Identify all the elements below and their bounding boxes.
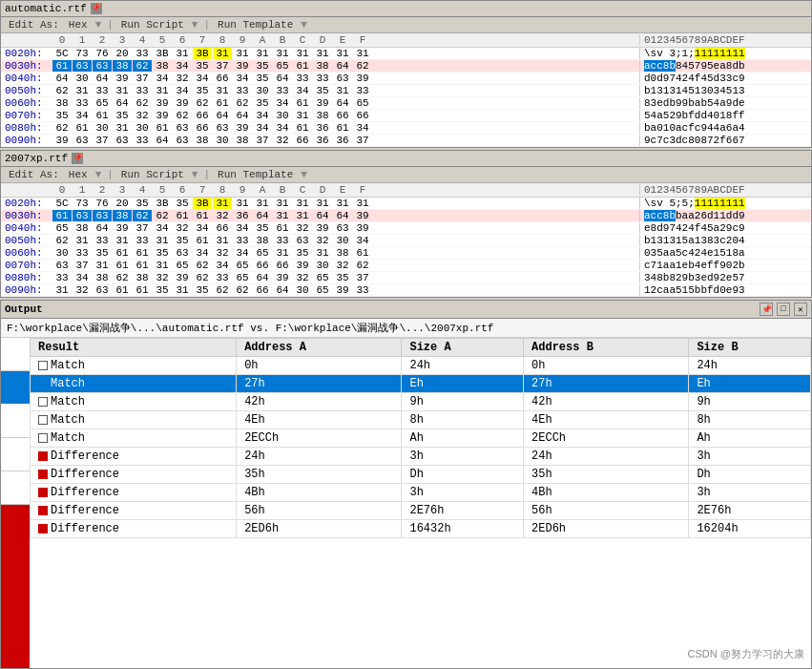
output-titlebar: Output 📌 □ ✕ <box>1 301 811 319</box>
table-row: 0080h: 33343862383239623365643932653537 … <box>1 272 811 284</box>
run-script-menu[interactable]: Run Script <box>117 18 188 31</box>
run-template-menu[interactable]: Run Template <box>214 18 297 31</box>
table-row[interactable]: Match 4Eh 8h 4Eh 8h <box>31 411 811 429</box>
result-cell: Match <box>31 375 237 393</box>
col-sizeA: Size A <box>402 339 524 357</box>
hex-panel-2: 2007xp.rtf 📌 Edit As: Hex ▼ | Run Script… <box>0 150 812 298</box>
addrB-cell: 4Eh <box>524 411 689 429</box>
color-sidebar <box>1 338 30 668</box>
pin-button[interactable]: 📌 <box>760 303 773 316</box>
hex-panel-1: automatic.rtf 📌 Edit As: Hex ▼ | Run Scr… <box>0 0 812 148</box>
maximize-button[interactable]: □ <box>777 303 790 316</box>
table-row: 0020h: 5C 73 76 20 33 3B 31 3B 31 31 31 … <box>1 48 811 60</box>
sizeB-cell: 3h <box>689 484 811 502</box>
table-row[interactable]: Difference 2ED6h 16432h 2ED6h 16204h <box>31 520 811 538</box>
panel1-title: automatic.rtf <box>5 3 87 14</box>
panel2-hex-content: 0123456789ABCDEF 0123456789ABCDEF 0020h:… <box>1 183 811 297</box>
addrA-cell: 4Bh <box>237 484 402 502</box>
col-addrA: Address A <box>237 339 402 357</box>
table-row[interactable]: Difference 35h Dh 35h Dh <box>31 466 811 484</box>
addrB-cell: 4Bh <box>524 484 689 502</box>
table-row: 0040h: 65386439373432346634356132396339 … <box>1 222 811 235</box>
result-cell: Match <box>31 429 237 448</box>
edit-as-label2: Edit As: <box>5 168 63 181</box>
table-row[interactable]: Match 27h Eh 27h Eh <box>31 375 811 393</box>
result-cell: Difference <box>31 502 237 520</box>
table-row: 0070h: 63373161613165623465666639303262 … <box>1 260 811 272</box>
table-row[interactable]: Match 0h 24h 0h 24h <box>31 357 811 375</box>
panel1-titlebar: automatic.rtf 📌 <box>1 1 811 17</box>
col-addrB: Address B <box>524 339 689 357</box>
table-row: 0050h: 62313331333135613133383363323034 … <box>1 235 811 247</box>
addrB-cell: 35h <box>524 466 689 484</box>
addrB-cell: 2ECCh <box>524 429 689 448</box>
table-row: 0020h: 5C737620353B353B3131313131313131 … <box>1 198 811 210</box>
addrA-cell: 24h <box>237 448 402 466</box>
hex-menu[interactable]: Hex <box>65 18 92 31</box>
hex-menu2[interactable]: Hex <box>65 168 92 181</box>
table-row[interactable]: Difference 4Bh 3h 4Bh 3h <box>31 484 811 502</box>
sizeA-cell: 24h <box>402 357 524 375</box>
result-cell: Match <box>31 411 237 429</box>
output-table-area: Result Address A Size A Address B Size B… <box>30 338 811 668</box>
addrB-cell: 42h <box>524 393 689 411</box>
panel1-pin[interactable]: 📌 <box>91 3 102 14</box>
table-row: 0060h: 38336564623939626162353461396465 … <box>1 97 811 110</box>
sizeA-cell: Dh <box>402 466 524 484</box>
panel1-hex-header: 0 1 2 3 4 5 6 7 8 9 A B C D E F 0 <box>1 33 811 48</box>
addrB-cell: 56h <box>524 502 689 520</box>
table-row[interactable]: Match 2ECCh Ah 2ECCh Ah <box>31 429 811 448</box>
result-cell: Difference <box>31 466 237 484</box>
sizeA-cell: 8h <box>402 411 524 429</box>
output-panel: Output 📌 □ ✕ F:\workplace\漏洞战争\...\autom… <box>0 300 812 669</box>
sizeA-cell: Eh <box>402 375 524 393</box>
result-cell: Match <box>31 393 237 411</box>
watermark: CSDN @努力学习的大康 <box>688 647 804 661</box>
sizeB-cell: 24h <box>689 357 811 375</box>
col-sizeB: Size B <box>689 339 811 357</box>
panel2-pin[interactable]: 📌 <box>72 153 83 164</box>
addrA-cell: 2ED6h <box>237 520 402 538</box>
sizeB-cell: 8h <box>689 411 811 429</box>
addrB-cell: 2ED6h <box>524 520 689 538</box>
addrA-cell: 42h <box>237 393 402 411</box>
addrA-cell: 27h <box>237 375 402 393</box>
table-row[interactable]: Difference 56h 2E76h 56h 2E76h <box>31 502 811 520</box>
table-row[interactable]: Difference 24h 3h 24h 3h <box>31 448 811 466</box>
sizeA-cell: 16432h <box>402 520 524 538</box>
panel2-title: 2007xp.rtf <box>5 153 68 164</box>
sizeB-cell: 9h <box>689 393 811 411</box>
sizeB-cell: Dh <box>689 466 811 484</box>
panel1-menubar: Edit As: Hex ▼ | Run Script ▼ | Run Temp… <box>1 17 811 33</box>
table-row: 0030h: 61636338626261613236643131646439 … <box>1 210 811 222</box>
table-row: 0050h: 62313331333134353133303334353133 … <box>1 85 811 97</box>
sizeA-cell: 9h <box>402 393 524 411</box>
result-cell: Difference <box>31 448 237 466</box>
sizeA-cell: 3h <box>402 484 524 502</box>
addrA-cell: 2ECCh <box>237 429 402 448</box>
run-script-menu2[interactable]: Run Script <box>117 168 188 181</box>
sizeB-cell: 3h <box>689 448 811 466</box>
table-row: 0080h: 62613031306163666339343461366134 … <box>1 122 811 135</box>
output-filepath: F:\workplace\漏洞战争\...\automatic.rtf vs. … <box>1 319 811 338</box>
run-template-menu2[interactable]: Run Template <box>214 168 297 181</box>
addrB-cell: 27h <box>524 375 689 393</box>
panel2-hex-header: 0123456789ABCDEF 0123456789ABCDEF <box>1 183 811 198</box>
output-table: Result Address A Size A Address B Size B… <box>30 338 811 538</box>
col-result: Result <box>31 339 237 357</box>
output-title: Output <box>5 303 43 315</box>
result-cell: Difference <box>31 520 237 538</box>
sizeB-cell: 2E76h <box>689 502 811 520</box>
panel2-menubar: Edit As: Hex ▼ | Run Script ▼ | Run Temp… <box>1 167 811 183</box>
sizeA-cell: 2E76h <box>402 502 524 520</box>
close-button[interactable]: ✕ <box>794 303 807 316</box>
sizeB-cell: Ah <box>689 429 811 448</box>
panel1-hex-content: 0 1 2 3 4 5 6 7 8 9 A B C D E F 0 <box>1 33 811 147</box>
addrB-cell: 0h <box>524 357 689 375</box>
sizeA-cell: Ah <box>402 429 524 448</box>
table-row: 0060h: 30333561613563343234653135313861 … <box>1 247 811 260</box>
addrA-cell: 56h <box>237 502 402 520</box>
output-table-wrapper: Result Address A Size A Address B Size B… <box>1 338 811 668</box>
table-row[interactable]: Match 42h 9h 42h 9h <box>31 393 811 411</box>
table-row: 0090h: 31326361613531356262666430653933 … <box>1 284 811 297</box>
